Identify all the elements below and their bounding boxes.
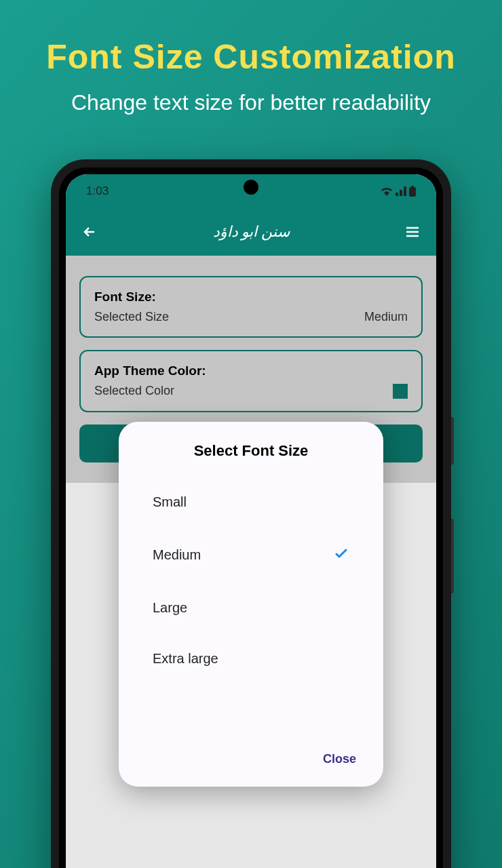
app-screen: 1:03 سنن ابو داؤد Font Size: — [66, 174, 436, 868]
option-label: Small — [153, 494, 187, 510]
phone-side-button — [451, 519, 454, 593]
status-time: 1:03 — [86, 184, 109, 198]
theme-title: App Theme Color: — [94, 363, 408, 378]
wifi-icon — [381, 186, 393, 196]
close-button[interactable]: Close — [323, 752, 356, 766]
check-icon — [333, 545, 349, 565]
svg-rect-1 — [411, 186, 414, 188]
font-size-modal: Select Font Size Small Medium Large — [119, 422, 383, 787]
modal-title: Select Font Size — [119, 442, 383, 460]
option-label: Extra large — [153, 651, 218, 667]
option-medium[interactable]: Medium — [139, 528, 363, 583]
promo-title: Font Size Customization — [0, 37, 502, 77]
signal-icon — [395, 186, 406, 196]
theme-label: Selected Color — [94, 384, 174, 399]
option-small[interactable]: Small — [139, 477, 363, 528]
battery-icon — [409, 186, 416, 197]
back-button[interactable] — [79, 222, 100, 242]
svg-rect-0 — [409, 187, 416, 197]
promo-subtitle: Change text size for better readability — [0, 90, 502, 115]
app-title: سنن ابو داؤد — [100, 223, 402, 241]
theme-swatch — [393, 384, 408, 399]
phone-side-button — [451, 417, 454, 465]
theme-color-card[interactable]: App Theme Color: Selected Color — [79, 350, 423, 412]
option-label: Large — [153, 600, 187, 616]
font-size-value: Medium — [364, 310, 408, 324]
font-size-title: Font Size: — [94, 290, 408, 304]
camera-notch — [244, 180, 258, 195]
option-large[interactable]: Large — [139, 583, 363, 633]
phone-frame: 1:03 سنن ابو داؤد Font Size: — [51, 159, 451, 868]
app-bar: سنن ابو داؤد — [66, 208, 436, 256]
option-label: Medium — [153, 547, 201, 563]
status-icons — [381, 186, 416, 197]
font-size-label: Selected Size — [94, 310, 169, 324]
font-size-card[interactable]: Font Size: Selected Size Medium — [79, 276, 423, 338]
option-extra-large[interactable]: Extra large — [139, 633, 363, 684]
menu-button[interactable] — [402, 222, 423, 242]
option-list: Small Medium Large Extra large — [119, 477, 383, 684]
